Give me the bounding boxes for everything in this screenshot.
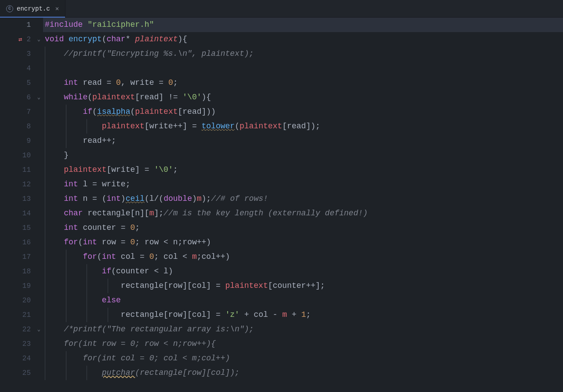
token-punct: [read]); (282, 122, 320, 131)
token-op: = (216, 310, 221, 319)
line-number: 12 (0, 177, 43, 192)
close-tab-icon[interactable]: ✕ (55, 5, 59, 12)
token-comment: //# of rows! (211, 194, 268, 203)
code-line[interactable]: for(int row = 0; row < n;row++){ (43, 337, 563, 351)
token-punct: ) (206, 238, 211, 247)
code-line[interactable]: } (43, 148, 563, 163)
code-line[interactable]: rectangle[row][col] = 'z' + col - m + 1; (43, 308, 563, 322)
token-op: = (121, 223, 126, 232)
token-op: ++ (306, 281, 316, 290)
token-punct: ( (159, 194, 163, 203)
token-punct: ( (97, 252, 102, 261)
token-punct: ( (235, 122, 240, 131)
code-line[interactable]: plaintext[write++] = tolower(plaintext[r… (43, 119, 563, 134)
code-line[interactable]: //printf("Encrypting %s.\n", plaintext); (43, 47, 563, 61)
token-punct: ] (182, 122, 192, 131)
token-op: = (159, 78, 163, 87)
indent-guide (45, 177, 45, 192)
code-line[interactable]: char rectangle[n][m];//m is the key leng… (43, 206, 563, 221)
code-line[interactable]: int counter = 0; (43, 221, 563, 235)
indent-guide (45, 134, 45, 148)
fold-chevron-icon[interactable]: ⌄ (37, 326, 40, 333)
code-line[interactable]: while(plaintext[read] != '\0'){ (43, 90, 563, 105)
indent-guide (45, 76, 45, 90)
token-op: + (244, 310, 249, 319)
token-punct (178, 93, 183, 102)
line-number: 23 (0, 337, 43, 351)
code-line[interactable]: rectangle[row][col] = plaintext[counter+… (43, 279, 563, 293)
code-line[interactable]: /*printf("The rectangular array is:\n"); (43, 322, 563, 337)
code-line[interactable]: if(counter < l) (43, 264, 563, 279)
code-line[interactable] (43, 61, 563, 76)
token-ident: col (249, 310, 273, 319)
token-var: plaintext (135, 107, 178, 116)
fold-chevron-icon[interactable]: ⌄ (37, 94, 40, 101)
token-var: m (192, 252, 197, 261)
code-line[interactable]: putchar(rectangle[row][col]); (43, 366, 563, 380)
code-line[interactable]: int l = write; (43, 177, 563, 192)
token-op: = (106, 78, 111, 87)
indent-guide (87, 279, 87, 293)
token-type: int (64, 78, 78, 87)
token-func-warn: tolower (202, 122, 235, 131)
token-punct: } (64, 151, 69, 160)
token-punct: [read] (135, 93, 168, 102)
line-number: 3 (0, 47, 43, 61)
code-line[interactable]: plaintext[write] = '\0'; (43, 163, 563, 177)
tab-bar: C encrypt.c ✕ (0, 0, 563, 18)
token-keyword: for (64, 238, 78, 247)
token-comment: /*printf("The rectangular array is:\n"); (64, 325, 254, 334)
code-line[interactable]: void encrypt(char* plaintext){ (43, 32, 563, 47)
token-op: = (92, 194, 97, 203)
token-punct: ( (130, 107, 135, 116)
line-number: 18 (0, 264, 43, 279)
code-line[interactable]: else (43, 293, 563, 308)
token-ident (126, 223, 131, 232)
tab-encrypt-c[interactable]: C encrypt.c ✕ (0, 0, 65, 17)
token-punct (149, 165, 154, 174)
line-number: 15 (0, 221, 43, 235)
token-string: "railcipher.h" (87, 20, 154, 29)
token-ident (187, 252, 192, 261)
line-number: 16 (0, 235, 43, 250)
code-line[interactable]: read++; (43, 134, 563, 148)
line-number: 25 (0, 366, 43, 380)
indent-guide (66, 366, 66, 380)
token-punct: ; (306, 310, 311, 319)
code-line[interactable]: int n = (int)ceil(l/(double)m);//# of ro… (43, 192, 563, 206)
indent-guide (45, 337, 45, 351)
code-line[interactable]: for(int col = 0; col < m;col++) (43, 351, 563, 366)
indent-guide (45, 105, 45, 119)
code-line[interactable]: #include "railcipher.h" (43, 18, 563, 32)
token-type: char (106, 35, 125, 44)
code-area[interactable]: #include "railcipher.h"void encrypt(char… (43, 18, 563, 392)
indent-guide (66, 308, 66, 322)
indent-guide (45, 90, 45, 105)
token-ident: l) (159, 267, 173, 276)
token-ident (240, 310, 244, 319)
token-punct (197, 122, 202, 131)
line-number: 5 (0, 76, 43, 90)
token-comment: for(int col = 0; col < m;col++) (83, 354, 230, 363)
token-op: ++ (102, 136, 112, 145)
token-punct: ; (173, 78, 178, 87)
indent-guide (66, 279, 66, 293)
c-file-icon: C (6, 5, 13, 12)
token-keyword: if (83, 107, 92, 116)
code-line[interactable]: for(int row = 0; row < n;row++) (43, 235, 563, 250)
token-punct: ( (97, 194, 107, 203)
code-line[interactable]: for(int col = 0; col < m;col++) (43, 250, 563, 264)
token-var: plaintext (225, 281, 268, 290)
token-string: 'z' (225, 310, 240, 319)
token-punct: ; (135, 223, 140, 232)
token-punct: ; row (135, 238, 163, 247)
line-number: 7 (0, 105, 43, 119)
token-string: '\0' (154, 165, 173, 174)
line-number: 13 (0, 192, 43, 206)
code-line[interactable]: int read = 0, write = 0; (43, 76, 563, 90)
fold-chevron-icon[interactable]: ⌄ (37, 36, 40, 43)
token-number: 0 (130, 223, 135, 232)
indent-guide (45, 47, 45, 61)
indent-guide (108, 279, 108, 293)
code-line[interactable]: if(isalpha(plaintext[read])) (43, 105, 563, 119)
